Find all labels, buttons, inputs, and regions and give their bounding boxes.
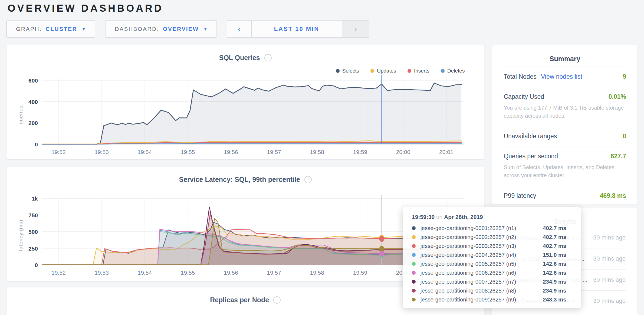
tooltip-time: 19:59:30 [412,214,435,220]
chevron-down-icon: ▾ [204,26,207,32]
svg-text:19:56: 19:56 [224,270,238,276]
sql-queries-title-row: SQL Queries i [6,45,484,62]
latency-title-row: Service Latency: SQL, 99th percentile i [6,167,484,183]
svg-text:400: 400 [28,99,38,105]
tooltip-row: jesse-geo-partitioning-0001:26257 (n1)40… [412,224,572,232]
tooltip-node-value: 402.7 ms [543,243,566,249]
view-nodes-list-link[interactable]: View nodes list [541,73,582,80]
tooltip-rows: jesse-geo-partitioning-0001:26257 (n1)40… [412,224,572,304]
total-nodes-label: Total Nodes [504,73,536,80]
dashboard-dropdown-value: OVERVIEW [163,26,199,32]
tooltip-node-value: 243.3 ms [543,296,566,303]
svg-text:0: 0 [35,262,38,268]
p99-latency-label: P99 latency [504,192,536,199]
tooltip-node-name: jesse-geo-partitioning-0007:26257 (n7) [420,278,543,285]
time-range-selector: ‹ LAST 10 MIN › [227,20,369,38]
chevron-right-icon: › [354,24,357,34]
series-dot-icon [412,262,416,266]
dashboard-dropdown[interactable]: DASHBOARD: OVERVIEW ▾ [105,20,217,38]
series-dot-icon [412,235,416,239]
latency-title: Service Latency: SQL, 99th percentile [179,176,300,183]
tooltip-node-name: jesse-geo-partitioning-0006:26257 (n6) [420,270,543,276]
event-timestamp: 30 mins ago [593,233,626,242]
page-title: OVERVIEW DASHBOARD [0,0,644,14]
svg-text:19:57: 19:57 [267,270,281,276]
svg-text:19:59: 19:59 [353,270,367,276]
chevron-down-icon: ▾ [83,26,86,32]
time-range-button[interactable]: LAST 10 MIN [252,21,342,37]
svg-text:19:56: 19:56 [224,149,238,155]
dashboard-dropdown-label: DASHBOARD: [115,26,159,32]
tooltip-date: Apr 28th, 2019 [444,214,483,220]
summary-title: Summary [504,55,626,63]
svg-text:19:53: 19:53 [94,149,109,155]
qps-label: Queries per second [504,153,558,160]
tooltip-row: jesse-geo-partitioning-0009:26257 (n9)24… [412,295,572,304]
event-timestamp: 30 mins ago [593,275,626,284]
tooltip-row: jesse-geo-partitioning-0002:26257 (n2)40… [412,232,572,241]
summary-row-qps: Queries per second 627.7 Sum of Selects,… [504,146,626,186]
tooltip-node-name: jesse-geo-partitioning-0001:26257 (n1) [420,225,543,231]
svg-text:19:54: 19:54 [138,270,152,276]
svg-text:500: 500 [28,229,38,235]
time-prev-button[interactable]: ‹ [227,21,252,37]
series-dot-icon [412,298,416,301]
series-dot-icon [412,244,416,248]
tooltip-node-name: jesse-geo-partitioning-0003:26257 (n3) [420,243,543,249]
series-dot-icon [412,280,416,284]
tooltip-row: jesse-geo-partitioning-0004:26257 (n4)15… [412,250,572,259]
tooltip-row: jesse-geo-partitioning-0008:26257 (n8)23… [412,286,572,295]
overview-dashboard-page: OVERVIEW DASHBOARD GRAPH: CLUSTER ▾ DASH… [0,0,644,315]
svg-text:19:57: 19:57 [267,149,281,155]
unavailable-ranges-label: Unavailable ranges [504,133,557,140]
time-next-button[interactable]: › [342,21,369,37]
svg-text:20:00: 20:00 [396,149,410,155]
tooltip-row: jesse-geo-partitioning-0007:26257 (n7)23… [412,277,572,286]
total-nodes-value: 9 [623,73,626,80]
latency-hover-tooltip: 19:59:30 on Apr 28th, 2019 jesse-geo-par… [403,207,581,308]
tooltip-node-value: 142.6 ms [543,261,566,267]
svg-text:19:58: 19:58 [310,270,324,276]
svg-text:200: 200 [28,120,38,126]
tooltip-node-value: 234.9 ms [543,287,566,294]
tooltip-node-name: jesse-geo-partitioning-0005:26257 (n5) [420,261,543,267]
svg-text:19:55: 19:55 [181,149,195,155]
series-dot-icon [412,271,416,275]
summary-row-total-nodes: Total Nodes View nodes list 9 [504,67,626,87]
graph-dropdown[interactable]: GRAPH: CLUSTER ▾ [6,20,95,38]
tooltip-node-value: 402.7 ms [543,225,566,231]
capacity-used-description: You are using 177.7 MiB of 3.1 TiB usabl… [504,104,626,120]
series-dot-icon [412,226,416,230]
svg-text:750: 750 [28,212,38,218]
svg-text:250: 250 [28,245,38,252]
tooltip-node-name: jesse-geo-partitioning-0004:26257 (n4) [420,252,543,258]
summary-row-capacity: Capacity Used 0.01% You are using 177.7 … [504,87,626,126]
tooltip-node-name: jesse-geo-partitioning-0008:26257 (n8) [420,287,543,294]
sql-queries-title: SQL Queries [219,54,260,62]
summary-row-unavailable: Unavailable ranges 0 [504,126,626,146]
svg-text:19:52: 19:52 [51,270,66,276]
tooltip-row: jesse-geo-partitioning-0005:26257 (n5)14… [412,259,572,268]
sql-queries-card: SQL Queries i Selects Updates Inserts [6,45,484,160]
info-icon[interactable]: i [264,54,272,61]
tooltip-on-word: on [436,214,442,220]
tooltip-node-value: 234.9 ms [543,278,566,285]
svg-text:1k: 1k [32,195,38,202]
summary-card: Summary Total Nodes View nodes list 9 Ca… [492,45,638,204]
series-dot-icon [412,289,416,293]
series-dot-icon [412,253,416,257]
graph-dropdown-value: CLUSTER [46,26,77,32]
info-icon[interactable]: i [273,296,281,304]
replicas-title: Replicas per Node [210,296,269,304]
info-icon[interactable]: i [304,176,312,183]
svg-text:20:01: 20:01 [439,149,454,155]
qps-value: 627.7 [610,153,626,160]
capacity-used-value: 0.01% [609,93,626,100]
svg-text:19:59: 19:59 [353,149,367,155]
tooltip-row: jesse-geo-partitioning-0003:26257 (n3)40… [412,241,572,250]
capacity-used-label: Capacity Used [504,93,544,100]
event-timestamp: 30 mins ago [593,254,626,263]
sql-queries-chart[interactable]: 19:5219:5319:5419:5519:5619:5719:5819:59… [6,71,475,159]
dashboard-controls: GRAPH: CLUSTER ▾ DASHBOARD: OVERVIEW ▾ ‹… [6,20,644,38]
svg-text:19:58: 19:58 [310,149,324,155]
